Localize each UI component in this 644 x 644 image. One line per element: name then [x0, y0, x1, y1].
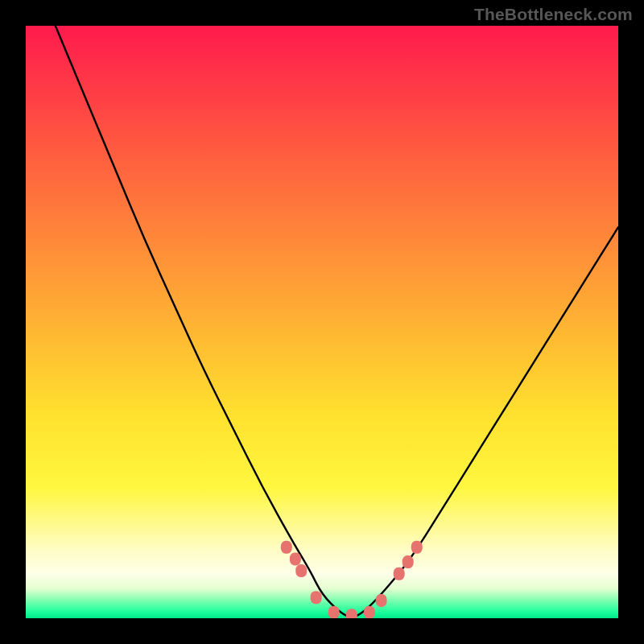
highlight-dot [411, 541, 423, 554]
highlight-dot [290, 552, 301, 565]
chart-plot-area [26, 26, 618, 618]
watermark-text: TheBottleneck.com [474, 5, 633, 24]
highlight-markers [281, 541, 423, 618]
highlight-dot [376, 594, 387, 607]
bottleneck-curve-svg [26, 26, 618, 618]
highlight-dot [295, 564, 307, 577]
highlight-dot [311, 591, 322, 604]
highlight-dot [364, 606, 375, 618]
highlight-dot [394, 568, 405, 580]
highlight-dot [346, 609, 357, 618]
bottleneck-curve [56, 26, 618, 617]
highlight-dot [328, 606, 340, 618]
highlight-dot [281, 541, 292, 554]
highlight-dot [402, 555, 414, 568]
